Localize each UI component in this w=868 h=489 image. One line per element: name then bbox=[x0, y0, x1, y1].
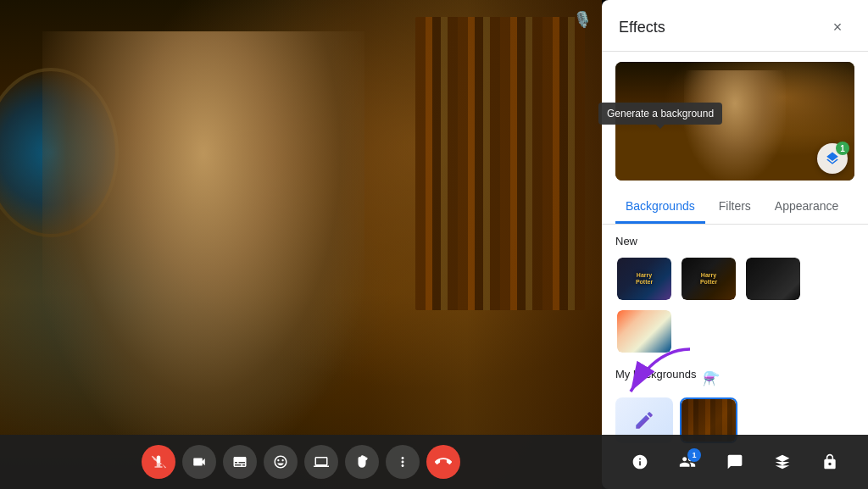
chat-button[interactable] bbox=[718, 445, 752, 479]
flask-icon: ⚗️ bbox=[703, 370, 720, 386]
tabs-row: Backgrounds Filters Appearance bbox=[602, 191, 868, 225]
participants-button[interactable]: 1 bbox=[670, 445, 704, 479]
my-backgrounds-label: My backgrounds bbox=[615, 368, 696, 381]
close-effects-button[interactable]: × bbox=[824, 14, 851, 41]
chat-icon bbox=[726, 453, 743, 470]
info-icon bbox=[632, 453, 648, 470]
activities-icon bbox=[774, 453, 791, 470]
bg-thumb-hp2-inner: HarryPotter bbox=[682, 258, 736, 300]
layers-count: 1 bbox=[836, 142, 849, 155]
effects-title: Effects bbox=[619, 19, 665, 36]
my-backgrounds-section: My backgrounds ⚗️ bbox=[615, 368, 854, 389]
captions-button[interactable] bbox=[223, 445, 257, 479]
new-section-label: New bbox=[615, 235, 854, 247]
lock-icon bbox=[821, 453, 838, 470]
layers-badge[interactable]: 1 bbox=[817, 143, 848, 174]
mute-button[interactable] bbox=[142, 445, 175, 479]
lock-button[interactable] bbox=[813, 445, 847, 479]
effects-header: Effects × bbox=[602, 0, 868, 52]
mic-off-indicator: 🎙️ bbox=[573, 10, 592, 29]
bg-thumb-hp1-inner: HarryPotter bbox=[617, 258, 671, 300]
tab-appearance[interactable]: Appearance bbox=[765, 191, 849, 224]
right-icons-bar: 1 bbox=[602, 435, 868, 489]
more-options-button[interactable] bbox=[386, 445, 420, 479]
bg-thumb-colorful[interactable] bbox=[615, 308, 673, 354]
present-button[interactable] bbox=[304, 445, 338, 479]
new-backgrounds-row: HarryPotter HarryPotter bbox=[615, 256, 854, 354]
bg-thumb-hp1[interactable]: HarryPotter bbox=[615, 256, 673, 302]
preview-person bbox=[684, 70, 786, 181]
participants-badge: 1 bbox=[687, 448, 701, 462]
effects-panel: Effects × 1 Backgrounds Filters Appearan… bbox=[602, 0, 868, 489]
raise-hand-button[interactable] bbox=[345, 445, 379, 479]
bg-thumb-hp2[interactable]: HarryPotter bbox=[680, 256, 737, 302]
tab-backgrounds[interactable]: Backgrounds bbox=[615, 191, 705, 224]
video-area: 🎙️ bbox=[0, 0, 602, 489]
emoji-button[interactable] bbox=[264, 445, 298, 479]
generate-tooltip: Generate a background bbox=[598, 103, 722, 125]
activities-button[interactable] bbox=[765, 445, 799, 479]
tab-filters[interactable]: Filters bbox=[709, 191, 761, 224]
bg-thumb-dark-inner bbox=[746, 258, 800, 300]
camera-button[interactable] bbox=[182, 445, 216, 479]
bottom-control-bar bbox=[0, 435, 602, 489]
bg-thumb-dark[interactable] bbox=[744, 256, 802, 302]
info-button[interactable] bbox=[623, 445, 657, 479]
bg-thumb-colorful-inner bbox=[617, 310, 671, 353]
magic-pen-icon bbox=[633, 409, 655, 431]
person-video bbox=[42, 31, 364, 438]
end-call-button[interactable] bbox=[426, 445, 460, 479]
